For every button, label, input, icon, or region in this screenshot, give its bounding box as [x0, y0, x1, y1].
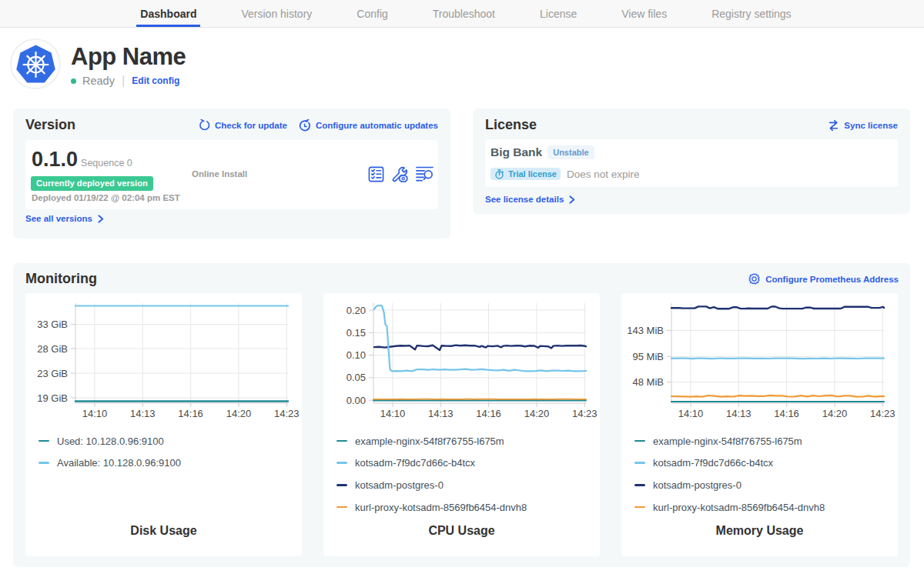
- svg-text:14:20: 14:20: [226, 408, 252, 419]
- svg-text:0.05: 0.05: [346, 372, 366, 383]
- svg-text:14:20: 14:20: [524, 408, 550, 419]
- svg-text:0.10: 0.10: [346, 349, 366, 361]
- svg-text:0.00: 0.00: [346, 395, 366, 406]
- svg-text:14:10: 14:10: [82, 408, 108, 419]
- svg-text:14:13: 14:13: [428, 408, 454, 419]
- svg-text:14:13: 14:13: [726, 408, 752, 419]
- svg-text:14:13: 14:13: [130, 408, 156, 419]
- svg-text:14:20: 14:20: [822, 408, 848, 419]
- svg-text:14:23: 14:23: [870, 408, 896, 419]
- svg-text:14:23: 14:23: [572, 408, 598, 419]
- svg-text:143 MiB: 143 MiB: [627, 325, 664, 336]
- svg-text:14:16: 14:16: [178, 408, 203, 419]
- svg-text:14:10: 14:10: [380, 408, 406, 419]
- svg-text:19 GiB: 19 GiB: [37, 392, 68, 404]
- svg-text:14:16: 14:16: [476, 408, 501, 419]
- svg-text:95 MiB: 95 MiB: [633, 351, 664, 362]
- svg-text:48 MiB: 48 MiB: [633, 376, 664, 388]
- svg-text:33 GiB: 33 GiB: [37, 319, 68, 330]
- svg-text:28 GiB: 28 GiB: [37, 343, 68, 355]
- svg-text:0.20: 0.20: [346, 305, 366, 316]
- svg-text:14:10: 14:10: [678, 408, 704, 419]
- svg-text:23 GiB: 23 GiB: [37, 368, 68, 379]
- svg-text:14:23: 14:23: [274, 408, 300, 419]
- svg-text:0.15: 0.15: [346, 327, 366, 339]
- svg-text:14:16: 14:16: [774, 408, 799, 419]
